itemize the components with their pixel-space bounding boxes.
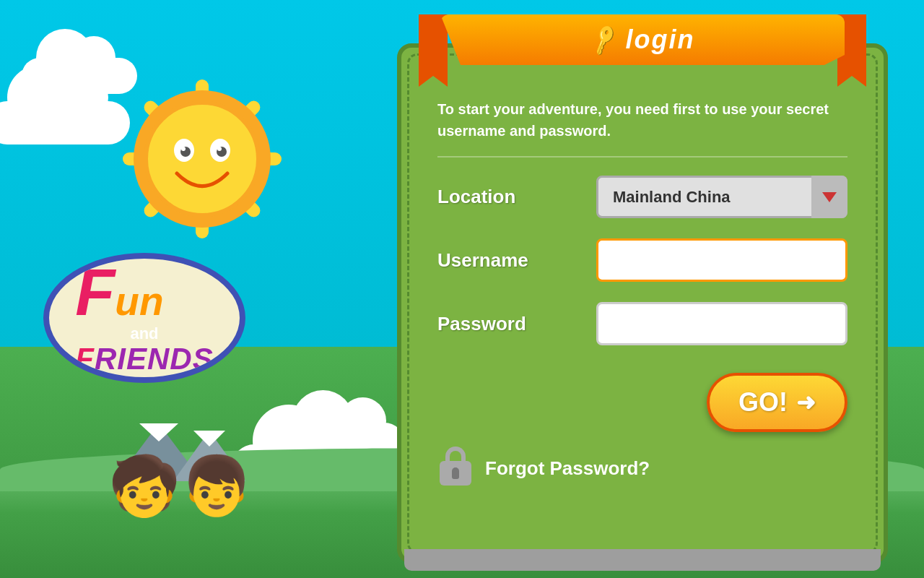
sun [144,101,260,217]
sun-face [144,101,260,217]
banner-left-tab [419,14,448,87]
location-row: Location Mainland China Hong Kong Taiwan… [437,176,847,218]
password-field[interactable] [596,302,847,345]
location-select-wrapper[interactable]: Mainland China Hong Kong Taiwan Singapor… [596,176,847,218]
forgot-password-row[interactable]: Forgot Password? [437,447,847,490]
banner-title: 🔑 login [590,25,695,55]
logo-text: F un and FRIENDS [75,260,213,376]
logo-text-friends: FRIENDS [75,342,213,376]
key-icon: 🔑 [586,22,622,56]
username-label: Username [437,249,596,272]
svg-point-8 [146,103,258,215]
lock-shackle [445,447,466,461]
go-button[interactable]: GO! ➜ [707,373,847,432]
login-banner: 🔑 login [440,14,845,65]
cloud-2 [0,101,130,144]
divider [437,156,847,158]
intro-text: To start your adventure, you need first … [437,98,847,142]
username-row: Username [437,238,847,282]
logo-oval: F un and FRIENDS [43,253,245,383]
login-body: To start your adventure, you need first … [397,43,888,564]
location-label: Location [437,186,596,208]
password-label: Password [437,313,596,335]
username-field[interactable] [596,238,847,282]
svg-marker-18 [193,431,225,447]
location-field[interactable]: Mainland China Hong Kong Taiwan Singapor… [596,176,847,218]
banner-title-text: login [626,25,695,55]
password-input[interactable] [596,302,847,345]
lock-keyhole [452,467,459,479]
go-arrow-icon: ➜ [796,389,816,416]
logo-letter-f: F [75,260,115,325]
go-button-label: GO! [738,387,788,418]
logo: F un and FRIENDS [43,253,245,397]
username-input[interactable] [596,238,847,282]
lock-body [440,461,471,486]
forgot-password-text[interactable]: Forgot Password? [485,457,650,480]
login-panel: 🔑 login To start your adventure, you nee… [397,14,888,564]
svg-point-14 [217,147,222,151]
svg-point-13 [181,147,186,151]
kids-characters: 🧒👦 [108,452,253,520]
rocky-bottom [404,549,881,571]
location-select[interactable]: Mainland China Hong Kong Taiwan Singapor… [596,176,847,218]
svg-marker-17 [139,423,178,441]
password-row: Password [437,302,847,345]
lock-icon [437,447,474,490]
logo-text-un: un [115,280,163,324]
